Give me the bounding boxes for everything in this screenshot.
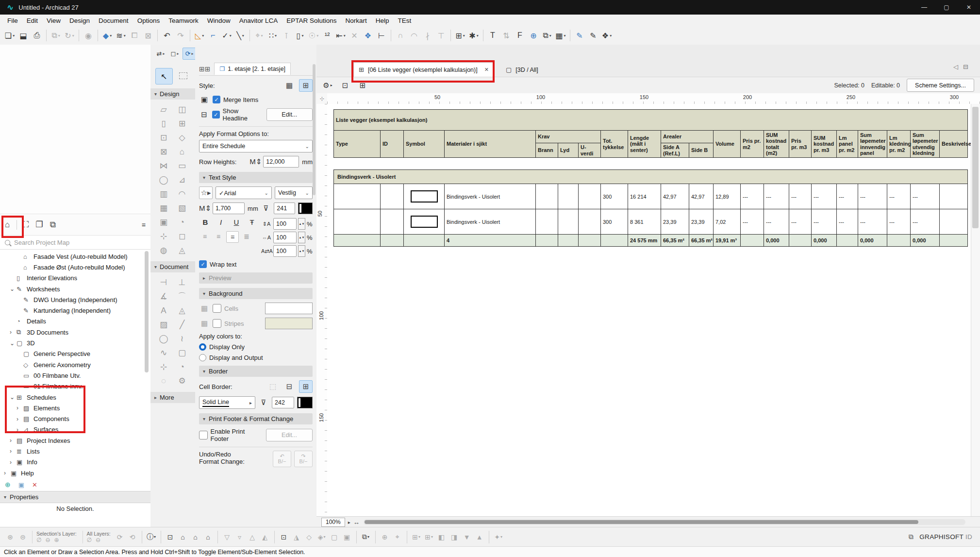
design-tool-icon[interactable]: ⊿ — [173, 173, 191, 187]
layer-action-icon[interactable]: ⊖ — [96, 537, 100, 543]
design-tool-icon[interactable]: ◠ — [173, 187, 191, 201]
quick-options-icon[interactable]: ▢▾ — [329, 531, 340, 543]
font-size-input[interactable]: 1,700 — [213, 203, 245, 214]
col-header[interactable]: Sum løpemeter utvendig kledning — [911, 131, 940, 158]
design-tool-icon[interactable]: ⌂ — [173, 145, 191, 159]
quick-options-icon[interactable]: ⊡▾ — [278, 531, 290, 543]
schedule-cell[interactable]: 42,97 — [689, 184, 714, 209]
pen-number-input[interactable]: 241 — [274, 203, 295, 214]
toolbar-icon[interactable]: ⊕ ▾ — [527, 29, 540, 42]
stripes-checkbox[interactable] — [213, 319, 221, 328]
design-tool-icon[interactable]: ◻ — [173, 229, 191, 243]
col-header[interactable]: ID — [381, 131, 404, 158]
tree-item[interactable]: › ⊿ Surfaces — [0, 424, 150, 435]
toolbar-icon[interactable]: ✎ ▾ — [587, 29, 599, 42]
design-tool-icon[interactable]: ⊠ — [154, 145, 173, 159]
quick-options-icon[interactable]: ▾ — [217, 531, 218, 543]
document-tool-icon[interactable]: ╱ — [173, 318, 191, 332]
border-horizontal-button[interactable]: ⊟ — [282, 380, 296, 393]
col-header[interactable]: Volume — [714, 131, 741, 158]
quick-options-icon[interactable]: ▾ — [142, 531, 142, 543]
menu-item[interactable]: TEst — [394, 16, 416, 26]
toolbar-icon[interactable]: ◆ ▾ — [101, 29, 114, 42]
quick-options-icon[interactable]: ⌖▾ — [392, 531, 403, 543]
document-tool-icon[interactable]: ⌒ — [173, 289, 191, 304]
border-pen-input[interactable]: 242 — [272, 397, 294, 408]
view-map-icon[interactable]: ⛶ — [23, 220, 29, 230]
tree-item[interactable]: ◇ Generic Axonometry — [0, 359, 150, 370]
panel-toolbar-button[interactable]: ◻ ▸ — [168, 48, 181, 59]
layer-action-icon[interactable]: ⊖ — [45, 537, 50, 543]
col-header[interactable]: Lm panel pr. m2 — [837, 131, 858, 158]
navigator-scrollbar[interactable] — [145, 251, 149, 372]
layer-action-icon[interactable]: ⊕ — [54, 537, 59, 543]
tree-expand-chevron[interactable]: › — [10, 437, 17, 444]
document-tool-icon[interactable]: ⚙ — [173, 374, 191, 388]
document-tool-icon[interactable]: ▨ — [154, 318, 173, 332]
menu-item[interactable]: Options — [133, 16, 165, 26]
toolbar-icon[interactable]: ≋ ▾ — [115, 29, 127, 42]
toolbar-icon[interactable]: ◉ ▾ — [82, 29, 95, 42]
design-tool-icon[interactable]: ▣ — [154, 215, 173, 229]
col-header[interactable]: Lengde (målt i senter) — [628, 131, 661, 158]
display-only-radio[interactable] — [199, 343, 206, 351]
wrap-text-checkbox[interactable]: ✓ — [199, 260, 207, 268]
menu-item[interactable]: File — [3, 16, 22, 26]
schedule-cell[interactable]: --- — [764, 209, 789, 235]
design-tool-icon[interactable]: ⊡ — [154, 131, 173, 145]
quick-options-icon[interactable]: ◧▾ — [436, 531, 448, 543]
document-tool-icon[interactable]: ⊥ — [173, 275, 191, 289]
schedule-cell[interactable]: --- — [741, 209, 764, 235]
design-tool-icon[interactable]: ◯ — [154, 173, 173, 187]
col-header[interactable]: SUM kostnad totalt (m2) — [764, 131, 789, 158]
toolbar-icon[interactable]: ⎙ ▾ — [31, 29, 43, 42]
align-left-button[interactable]: ≡ — [199, 231, 211, 242]
quick-options-icon[interactable]: ⧉▾ — [360, 531, 372, 543]
quick-options-icon[interactable]: ⌂▾ — [177, 531, 189, 543]
quick-options-icon[interactable]: ▾ — [274, 531, 275, 543]
tree-item[interactable]: › ▤ Project Indexes — [0, 435, 150, 446]
schedule-cell[interactable] — [940, 209, 968, 235]
document-tool-icon[interactable]: ◯ — [154, 332, 173, 346]
tree-expand-chevron[interactable]: › — [4, 470, 11, 476]
layout-book-icon[interactable]: ❐ — [35, 219, 43, 230]
tree-expand-chevron[interactable]: ⌄ — [10, 340, 17, 347]
toolbar-icon[interactable]: ↷ ▾ — [174, 29, 187, 42]
schedule-cell[interactable] — [334, 184, 381, 209]
document-tool-icon[interactable]: A — [154, 304, 173, 318]
text-style-section[interactable]: ▾ Text Style — [199, 172, 313, 183]
schedule-cell[interactable] — [381, 235, 404, 247]
menu-item[interactable]: Norkart — [341, 16, 371, 26]
document-tool-icon[interactable]: ▢ — [173, 346, 191, 360]
schedule-cell[interactable]: --- — [764, 184, 789, 209]
layer-action-icon[interactable]: ∅ — [87, 537, 92, 543]
enable-print-footer-checkbox[interactable] — [199, 431, 208, 439]
schedule-cell[interactable]: --- — [887, 184, 911, 209]
print-footer-section[interactable]: ▾ Print Footer & Format Change — [199, 413, 313, 424]
schedule-total-row[interactable]: 424 575 mm66,35 m²66,35 m²19,91 m³0,0000… — [334, 235, 968, 247]
schedule-cell[interactable] — [334, 209, 381, 235]
col-group-header[interactable]: Krav — [536, 131, 601, 143]
col-header[interactable]: Pris pr. m3 — [789, 131, 812, 158]
schedule-canvas[interactable]: Liste vegger (eksempel kalkulasjon) Type… — [327, 104, 980, 516]
toolbar-icon[interactable]: ❖ ▾ — [600, 29, 613, 42]
schedule-cell[interactable]: --- — [911, 209, 940, 235]
design-tool-icon[interactable]: ▯ — [154, 117, 173, 131]
zoom-menu-arrow-icon[interactable]: ▸ — [348, 520, 350, 525]
quick-options-icon[interactable]: ⌂▾ — [202, 531, 214, 543]
document-tool-icon[interactable]: ◔ — [173, 360, 191, 374]
schedule-cell[interactable]: --- — [911, 184, 940, 209]
tree-item[interactable]: ▯ Interior Elevations — [0, 273, 150, 284]
merge-items-checkbox[interactable]: ✓ — [213, 96, 220, 103]
schedule-cell[interactable] — [381, 209, 404, 235]
minimize-button[interactable]: — — [913, 0, 935, 15]
col-header[interactable]: Brann — [536, 143, 558, 158]
design-tool-icon[interactable]: ▦ — [154, 201, 173, 215]
layer-action-icon[interactable]: ∅ — [36, 537, 41, 543]
schedule-cell[interactable]: --- — [812, 184, 837, 209]
tree-expand-chevron[interactable]: ⌄ — [10, 394, 17, 401]
document-tool-icon[interactable]: ◬ — [173, 304, 191, 318]
schedule-cell[interactable] — [741, 235, 764, 247]
toolbar-icon[interactable]: ⧉ ▾ — [541, 29, 553, 42]
schedule-cell[interactable]: 0,000 — [858, 235, 887, 247]
